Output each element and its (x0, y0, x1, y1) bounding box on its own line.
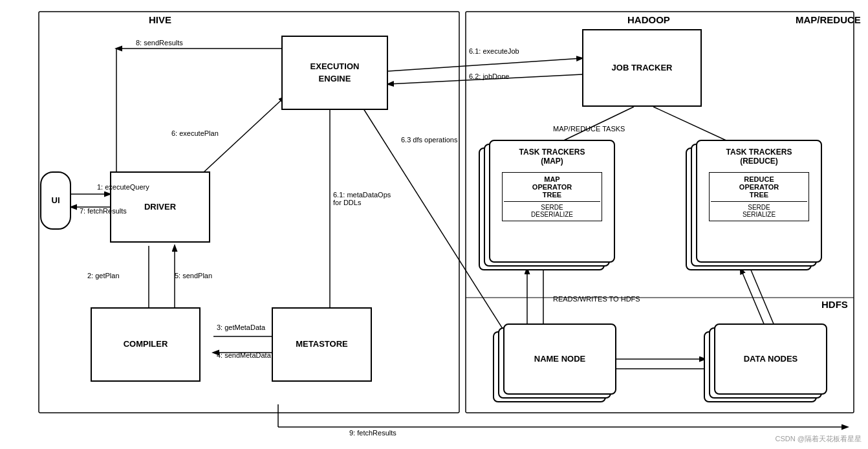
arrow-label-5: 5: sendPlan (175, 272, 212, 279)
arrow-label-8: 8: sendResults (136, 39, 183, 47)
data-nodes-box: DATA NODES (714, 323, 827, 395)
execution-engine-box: EXECUTION ENGINE (281, 36, 388, 110)
arrow-label-62: 6.2: jobDone (469, 72, 509, 80)
arrow-label-9: 9: fetchResults (349, 429, 396, 437)
diagram: HIVE HADOOP MAP/REDUCE HDFS UI DRIVER CO… (0, 0, 868, 449)
svg-line-12 (388, 58, 582, 71)
arrow-label-7: 7: fetchResults (80, 207, 127, 215)
job-tracker-box: JOB TRACKER (582, 29, 702, 107)
arrow-label-6: 6: executePlan (171, 129, 219, 137)
mapreduce-label: MAP/REDUCE (796, 14, 861, 25)
hadoop-label: HADOOP (627, 14, 670, 25)
arrow-label-63: 6.3 dfs operations (401, 136, 457, 144)
name-node-box: NAME NODE (503, 323, 616, 395)
svg-line-20 (750, 268, 776, 330)
ui-box: UI (40, 171, 71, 230)
arrow-label-3: 3: getMetaData (217, 323, 265, 331)
arrow-label-4: 4: sendMetaData (217, 351, 271, 359)
hive-label: HIVE (149, 14, 171, 25)
task-trackers-reduce-box: TASK TRACKERS (REDUCE) REDUCE OPERATOR T… (696, 140, 822, 263)
svg-line-21 (741, 268, 766, 330)
task-trackers-map-box: TASK TRACKERS (MAP) MAP OPERATOR TREE SE… (489, 140, 615, 263)
arrow-label-61: 6.1: executeJob (469, 47, 519, 55)
arrow-label-map-reduce-tasks: MAP/REDUCE TASKS (553, 125, 625, 133)
compiler-box: COMPILER (91, 307, 201, 382)
svg-line-9 (194, 97, 285, 181)
arrow-label-1: 1: executeQuery (97, 183, 149, 191)
arrow-label-61dds: 6.1: metaDataOps for DDLs (333, 191, 391, 206)
hdfs-label: HDFS (821, 299, 848, 310)
metastore-box: METASTORE (272, 307, 372, 382)
watermark: CSDN @隔着天花板看星星 (776, 434, 862, 444)
arrow-label-2: 2: getPlan (87, 272, 120, 279)
arrow-label-reads-writes: READS/WRITES TO HDFS (553, 295, 640, 303)
